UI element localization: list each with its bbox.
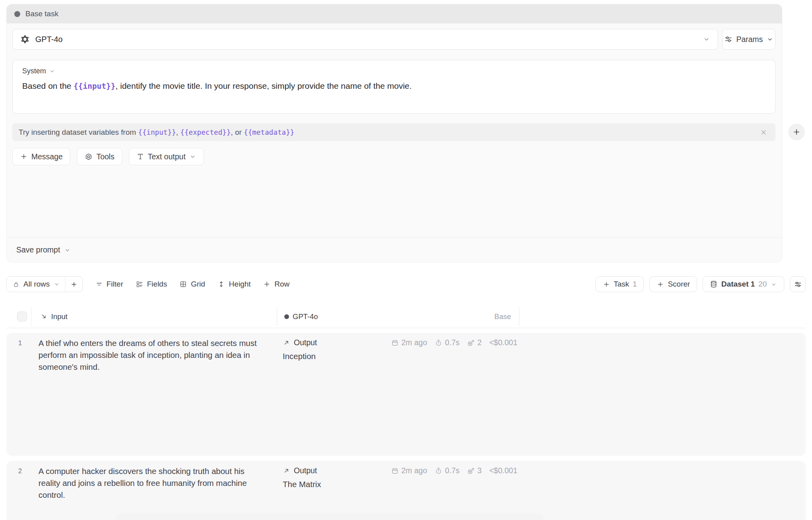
add-task-column-button[interactable] <box>788 124 805 140</box>
add-message-label: Message <box>31 152 63 161</box>
task-panel: Base task GPT-4o <box>6 4 782 262</box>
sliders-icon <box>724 35 733 44</box>
dataset-variables-hint: Try inserting dataset variables from {{i… <box>12 123 776 141</box>
prompt-suffix: , identify the movie title. In your resp… <box>115 81 412 90</box>
filter-icon <box>95 280 103 288</box>
scorer-label: Scorer <box>668 280 690 289</box>
plus-icon <box>657 281 664 288</box>
run-tokens: 2 <box>477 338 482 347</box>
model-select[interactable]: GPT-4o <box>12 29 718 50</box>
bottom-scroll-shadow <box>116 513 543 520</box>
run-time: 2m ago <box>401 338 427 347</box>
calendar-icon <box>391 467 399 475</box>
message-role-selector[interactable]: System <box>22 67 766 75</box>
tools-label: Tools <box>96 152 115 161</box>
input-cell[interactable]: A computer hacker discovers the shocking… <box>38 465 265 501</box>
save-prompt-label: Save prompt <box>16 245 60 254</box>
chevron-down-icon <box>703 35 710 43</box>
grid-label: Grid <box>191 280 205 289</box>
plus-icon <box>263 280 271 288</box>
task-count-badge: 1 <box>633 280 637 289</box>
variant-label: Base <box>494 305 511 328</box>
run-time: 2m ago <box>401 466 427 475</box>
grid-icon <box>179 280 187 288</box>
filter-button[interactable]: Filter <box>95 280 123 289</box>
model-select-value: GPT-4o <box>35 35 63 44</box>
run-cost: <$0.001 <box>489 466 517 475</box>
hint-variable-expected: {{expected}} <box>180 128 231 136</box>
column-header-input[interactable]: Input <box>40 305 67 328</box>
height-label: Height <box>229 280 251 289</box>
system-message-editor[interactable]: System Based on the {{input}}, identify … <box>12 60 776 114</box>
run-tokens: 3 <box>477 466 482 475</box>
arrow-down-right-icon <box>40 313 48 320</box>
arrow-up-right-icon <box>283 467 290 474</box>
fields-icon <box>136 280 144 288</box>
text-type-icon <box>136 153 144 161</box>
task-header: Base task <box>7 4 782 23</box>
filter-label: Filter <box>107 280 123 289</box>
close-icon[interactable] <box>758 126 770 138</box>
output-value: Inception <box>283 352 517 361</box>
dataset-row-count: 20 <box>758 280 767 289</box>
fields-label: Fields <box>147 280 167 289</box>
output-cell[interactable]: Output 2m ago 0.7s <box>283 338 517 361</box>
run-metadata: 2m ago 0.7s 3 <$ <box>391 466 517 475</box>
grid-settings-button[interactable] <box>790 276 806 292</box>
playground-screen: Base task GPT-4o <box>0 0 812 520</box>
row-height-button[interactable]: Height <box>217 280 251 289</box>
lock-icon <box>12 281 20 288</box>
tools-button[interactable]: Tools <box>77 148 122 165</box>
openai-logo-icon <box>20 34 30 44</box>
chevron-down-icon <box>189 153 196 160</box>
add-task-button[interactable]: Task 1 <box>596 276 644 292</box>
divider <box>31 307 31 326</box>
params-label: Params <box>736 35 763 44</box>
all-rows-dropdown[interactable]: All rows <box>7 277 65 292</box>
prompt-prefix: Based on the <box>22 81 74 90</box>
params-button[interactable]: Params <box>722 29 776 50</box>
run-latency: 0.7s <box>445 466 460 475</box>
tools-icon <box>84 153 93 161</box>
fields-button[interactable]: Fields <box>136 280 167 289</box>
task-title: Base task <box>25 10 58 18</box>
prompt-text[interactable]: Based on the {{input}}, identify the mov… <box>22 81 766 91</box>
plus-icon <box>20 153 28 161</box>
add-message-button[interactable]: Message <box>12 148 70 165</box>
output-type-button[interactable]: Text output <box>129 148 204 165</box>
grid-toolbar: All rows Filter Fields <box>6 276 806 292</box>
arrow-up-right-icon <box>283 339 290 346</box>
task-status-dot-icon <box>14 11 20 17</box>
chevron-down-icon <box>54 281 60 287</box>
model-row: GPT-4o Params <box>12 29 776 50</box>
stopwatch-icon <box>435 339 442 347</box>
plus-icon <box>603 281 610 288</box>
input-cell[interactable]: A thief who enters the dreams of others … <box>38 337 265 373</box>
dataset-label: Dataset 1 <box>721 280 755 289</box>
grid-view-button[interactable]: Grid <box>179 280 205 289</box>
hint-variable-input: {{input}} <box>138 128 176 136</box>
chevron-down-icon <box>64 247 71 254</box>
add-scorer-button[interactable]: Scorer <box>649 276 697 292</box>
calendar-icon <box>391 339 399 347</box>
height-icon <box>217 280 225 288</box>
dataset-selector[interactable]: Dataset 1 20 <box>703 276 784 292</box>
divider <box>519 307 519 326</box>
output-label: Output <box>294 466 317 475</box>
column-header-model[interactable]: GPT-4o <box>284 305 318 328</box>
output-value: The Matrix <box>283 480 517 489</box>
tokens-icon <box>467 467 475 475</box>
input-column-label: Input <box>51 312 67 321</box>
hint-text: Try inserting dataset variables from {{i… <box>19 128 294 137</box>
add-row-scope-button[interactable] <box>65 277 82 292</box>
prompt-variable: {{input}} <box>74 82 116 91</box>
select-all-checkbox[interactable] <box>17 312 27 321</box>
run-cost: <$0.001 <box>489 338 517 347</box>
chevron-down-icon <box>766 36 774 43</box>
model-status-dot-icon <box>284 314 289 319</box>
output-cell[interactable]: Output 2m ago 0.7s <box>283 466 517 489</box>
save-prompt-button[interactable]: Save prompt <box>7 237 782 262</box>
add-row-button[interactable]: Row <box>263 280 289 289</box>
add-row-label: Row <box>274 280 289 289</box>
model-column-label: GPT-4o <box>293 312 318 321</box>
